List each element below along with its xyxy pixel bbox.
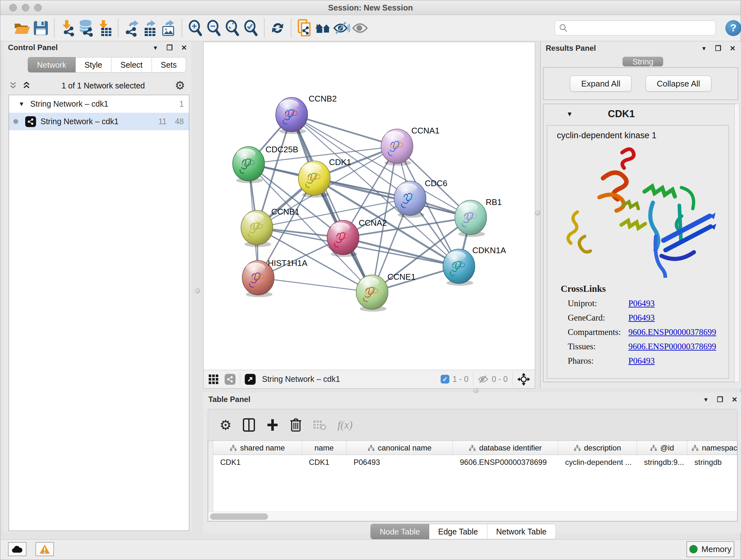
- birds-eye-view-icon[interactable]: [517, 373, 530, 386]
- cloud-button[interactable]: [8, 542, 26, 556]
- zoom-fit-button[interactable]: [223, 18, 242, 38]
- splitter-handle[interactable]: [535, 210, 540, 215]
- hide-selected-button[interactable]: [332, 18, 351, 38]
- cell-database-identifier[interactable]: 9606.ENSP00000378699: [453, 455, 558, 470]
- window-title: Session: New Session: [0, 0, 741, 15]
- tab-network-table[interactable]: Network Table: [487, 524, 556, 539]
- table-options-gear-icon[interactable]: ⚙: [219, 417, 232, 433]
- export-image-button[interactable]: [159, 18, 178, 38]
- panel-float-icon[interactable]: ❒: [166, 44, 173, 52]
- network-node-RB1[interactable]: [455, 200, 487, 237]
- network-canvas[interactable]: CCNB2CCNA1CDC25BCDK1CDC6RB1CCNB1CCNA2CDK…: [204, 42, 535, 370]
- show-all-networks-button[interactable]: [314, 18, 332, 38]
- panel-close-icon[interactable]: ✕: [732, 395, 738, 404]
- table-tabs: Node TableEdge TableNetwork Table: [370, 524, 556, 539]
- tab-string[interactable]: String: [623, 57, 663, 66]
- tab-edge-table[interactable]: Edge Table: [429, 524, 487, 539]
- export-table-button[interactable]: [141, 18, 159, 38]
- cell-canonical-name[interactable]: P06493: [347, 455, 453, 470]
- cell-description[interactable]: cyclin-dependent ...: [558, 455, 637, 470]
- results-scrollbar[interactable]: [734, 104, 739, 382]
- table-row[interactable]: CDK1CDK1P064939606.ENSP00000378699cyclin…: [213, 455, 737, 470]
- crosslink-value-link[interactable]: P06493: [628, 313, 655, 323]
- splitter-handle[interactable]: [195, 288, 200, 294]
- tab-network[interactable]: Network: [28, 57, 76, 72]
- tab-select[interactable]: Select: [111, 57, 151, 72]
- network-node-CCNE1[interactable]: [356, 275, 388, 312]
- expand-all-icon[interactable]: [22, 81, 31, 90]
- gene-section: ▼ CDK1 cyclin-dependent kinase 1: [543, 104, 738, 382]
- splitter-handle[interactable]: [473, 388, 478, 393]
- table-horizontal-scrollbar[interactable]: [208, 511, 737, 521]
- add-icon[interactable]: [266, 418, 279, 432]
- import-network-from-database-button[interactable]: [77, 18, 95, 38]
- column-header-canonical-name[interactable]: canonical name: [347, 441, 453, 455]
- column-header-database-identifier[interactable]: database identifier: [453, 441, 558, 455]
- cell-@id[interactable]: stringdb:9...: [637, 455, 687, 470]
- panel-float-icon[interactable]: ❒: [717, 395, 724, 404]
- expand-all-button[interactable]: Expand All: [570, 76, 631, 91]
- crosslink-value-link[interactable]: P06493: [628, 356, 655, 366]
- open-session-button[interactable]: [13, 18, 31, 38]
- network-collection-row[interactable]: ▼ String Network – cdk1 1: [9, 95, 189, 113]
- open-in-new-window-icon[interactable]: [245, 374, 256, 385]
- scrollbar-thumb[interactable]: [210, 513, 268, 520]
- help-button[interactable]: ?: [725, 20, 741, 36]
- cell-namespace[interactable]: stringdb: [687, 455, 738, 470]
- column-header-namespace[interactable]: namespace: [687, 441, 738, 455]
- selected-checkbox-icon[interactable]: ✓: [441, 375, 449, 383]
- network-node-CDKN1A[interactable]: [443, 249, 475, 286]
- footer-separator: [473, 373, 473, 386]
- cell-shared-name[interactable]: CDK1: [213, 455, 302, 470]
- grid-view-icon[interactable]: [208, 374, 219, 385]
- collapse-all-icon[interactable]: [9, 81, 18, 90]
- panel-float-icon[interactable]: ❒: [715, 44, 722, 53]
- edge-count: 48: [175, 117, 184, 126]
- panel-menu-icon[interactable]: ▼: [703, 396, 709, 403]
- search-input[interactable]: [568, 23, 705, 33]
- duplicate-network-button[interactable]: [295, 18, 314, 38]
- network-node-CCNB1[interactable]: [241, 210, 273, 247]
- zoom-out-button[interactable]: [205, 18, 223, 38]
- zoom-selected-button[interactable]: [242, 18, 260, 38]
- network-node-CCNA1[interactable]: [381, 129, 413, 166]
- apply-layout-button[interactable]: [268, 18, 287, 38]
- section-expander-icon[interactable]: ▼: [566, 111, 573, 118]
- column-header-@id[interactable]: @id: [637, 441, 687, 455]
- panel-menu-icon[interactable]: ▼: [701, 45, 707, 52]
- network-options-gear-icon[interactable]: ⚙: [175, 79, 185, 92]
- crosslink-value-link[interactable]: 9606.ENSP00000378699: [628, 341, 716, 352]
- export-network-button[interactable]: [122, 18, 141, 38]
- tab-sets[interactable]: Sets: [152, 57, 186, 72]
- show-hidden-button[interactable]: [351, 18, 369, 38]
- tree-expander-icon[interactable]: ▼: [18, 101, 24, 108]
- network-node-CCNB2[interactable]: [276, 98, 308, 134]
- network-node-CDK1[interactable]: [298, 161, 330, 198]
- panel-close-icon[interactable]: ✕: [181, 44, 187, 52]
- panel-menu-icon[interactable]: ▼: [152, 45, 158, 51]
- zoom-in-button[interactable]: [186, 18, 205, 38]
- export-image-icon: [160, 19, 177, 37]
- crosslink-value-link[interactable]: P06493: [628, 299, 655, 308]
- network-node-CDC25B[interactable]: [232, 146, 265, 183]
- network-badge-gray-icon[interactable]: [225, 374, 235, 385]
- import-table-button[interactable]: [95, 18, 114, 38]
- search-icon: [559, 23, 568, 33]
- tab-style[interactable]: Style: [76, 57, 112, 72]
- collapse-all-button[interactable]: Collapse All: [646, 76, 711, 91]
- crosslink-value-link[interactable]: 9606.ENSP00000378699: [628, 327, 716, 337]
- network-row[interactable]: String Network – cdk1 11 48: [9, 113, 189, 130]
- delete-trash-icon[interactable]: [290, 418, 302, 432]
- node-label-CDC6: CDC6: [425, 179, 448, 188]
- cell-name[interactable]: CDK1: [302, 455, 347, 470]
- import-network-button[interactable]: [58, 18, 77, 38]
- column-header-name[interactable]: name: [302, 441, 347, 455]
- tab-node-table[interactable]: Node Table: [370, 524, 429, 539]
- panel-close-icon[interactable]: ✕: [730, 44, 736, 53]
- warnings-button[interactable]: [36, 542, 54, 556]
- show-columns-icon[interactable]: [243, 418, 255, 432]
- column-header-shared-name[interactable]: shared name: [213, 441, 302, 455]
- column-header-description[interactable]: description: [558, 441, 637, 455]
- save-session-button[interactable]: [31, 18, 50, 38]
- memory-button[interactable]: Memory: [686, 541, 734, 557]
